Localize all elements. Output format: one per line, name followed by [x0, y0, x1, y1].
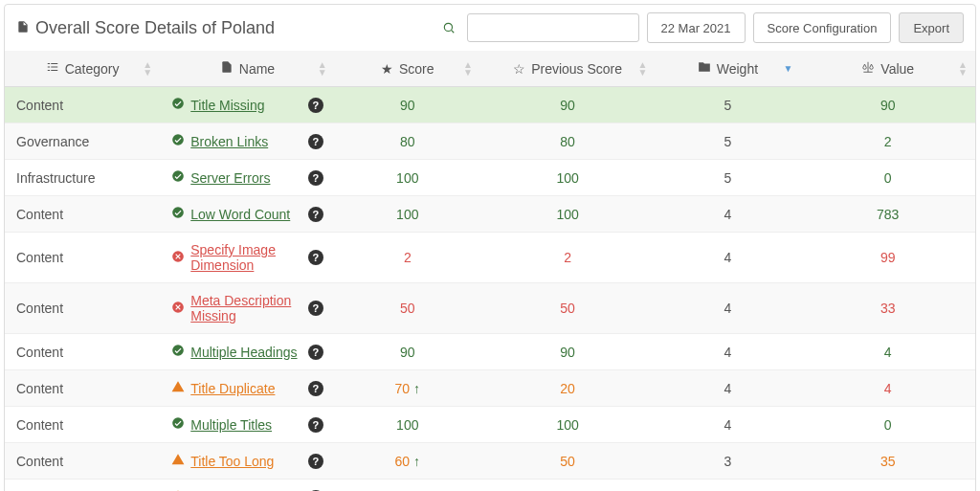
cell-value: 2 — [800, 123, 975, 160]
cell-score: 100 — [335, 160, 480, 196]
cell-value: 4 — [800, 370, 975, 407]
info-icon[interactable]: ? — [308, 250, 323, 265]
cell-value: 0 — [800, 160, 975, 196]
metric-link[interactable]: Broken Links — [190, 134, 268, 149]
info-icon[interactable]: ? — [308, 301, 323, 316]
table-row[interactable]: GovernanceBroken Links?808052 — [5, 123, 975, 160]
col-header-name[interactable]: Name ▲▼ — [160, 51, 335, 87]
svg-line-1 — [451, 31, 454, 33]
cell-score: 60↑ — [335, 443, 480, 480]
cell-value: 0 — [800, 407, 975, 443]
cell-weight: 4 — [655, 283, 800, 334]
status-icon — [171, 453, 185, 469]
col-header-value[interactable]: Value ▲▼ — [800, 51, 975, 87]
cell-score: 80 — [335, 123, 480, 160]
info-icon[interactable]: ? — [308, 417, 323, 433]
cell-value: 26 — [800, 480, 975, 492]
cell-previous: 50 — [480, 283, 656, 334]
svg-point-5 — [172, 207, 184, 218]
info-icon[interactable]: ? — [308, 170, 323, 186]
table-row[interactable]: ContentTitle Duplicate?70↑2044 — [5, 370, 975, 407]
trend-up-icon: ↑ — [413, 381, 420, 396]
search-icon[interactable] — [434, 13, 463, 42]
col-header-weight[interactable]: Weight ▼ — [655, 51, 800, 87]
status-icon — [171, 301, 185, 317]
metric-link[interactable]: Title Too Long — [190, 454, 274, 469]
list-icon — [46, 60, 59, 77]
metric-link[interactable]: Specify Image Dimension — [190, 242, 323, 273]
info-icon[interactable]: ? — [308, 134, 323, 149]
cell-value: 35 — [800, 443, 975, 480]
metric-link[interactable]: Meta Description Missing — [190, 293, 323, 324]
cell-weight: 3 — [655, 443, 800, 480]
table-row[interactable]: ContentMeta Description Missing?5050433 — [5, 283, 975, 334]
col-header-previous[interactable]: ☆Previous Score ▲▼ — [480, 51, 656, 87]
file-icon — [220, 60, 234, 77]
cell-name: Broken Links? — [160, 123, 335, 160]
info-icon[interactable]: ? — [308, 381, 323, 396]
cell-score: 2 — [335, 233, 480, 283]
cell-name: Title Missing? — [160, 87, 335, 123]
cell-name: Server Errors? — [160, 160, 335, 196]
table-row[interactable]: ContentMultiple Titles?10010040 — [5, 407, 975, 443]
info-icon[interactable]: ? — [308, 345, 323, 360]
table-row[interactable]: ContentTitle Missing?9090590 — [5, 87, 975, 123]
info-icon[interactable]: ? — [308, 207, 323, 222]
info-icon[interactable]: ? — [308, 98, 323, 113]
svg-point-8 — [172, 345, 184, 356]
metric-link[interactable]: Title Missing — [190, 98, 264, 113]
col-header-score[interactable]: ★Score ▲▼ — [335, 51, 480, 87]
sort-icon: ▲▼ — [463, 61, 473, 77]
col-header-category[interactable]: Category ▲▼ — [5, 51, 160, 87]
table-row[interactable]: ContentSpecify Image Dimension?22499 — [5, 233, 975, 283]
info-icon[interactable]: ? — [308, 454, 323, 469]
cell-score: 90 — [335, 87, 480, 123]
metric-link[interactable]: Title Duplicate — [190, 381, 275, 396]
document-icon — [16, 18, 30, 38]
table-header-row: Category ▲▼ Name ▲▼ ★Score ▲▼ ☆Previous … — [5, 51, 975, 87]
date-button[interactable]: 22 Mar 2021 — [647, 12, 746, 43]
metric-link[interactable]: Multiple Titles — [190, 417, 272, 433]
cell-name: Multiple Headings? — [160, 334, 335, 370]
sort-icon: ▲▼ — [958, 61, 968, 77]
cell-category: Content — [5, 334, 160, 370]
cell-score: 100 — [335, 196, 480, 233]
search-group — [434, 13, 639, 42]
metric-link[interactable]: Multiple Headings — [190, 345, 297, 360]
table-row[interactable]: ContentTitle Too Long?60↑50335 — [5, 443, 975, 480]
status-icon — [171, 380, 185, 396]
table-row[interactable]: ContentMultiple Headings?909044 — [5, 334, 975, 370]
search-input[interactable] — [467, 13, 639, 42]
cell-category: Governance — [5, 123, 160, 160]
cell-value: 33 — [800, 283, 975, 334]
cell-score: 50 — [335, 283, 480, 334]
cell-category: Content — [5, 87, 160, 123]
table-row[interactable]: InfrastructureServer Errors?10010050 — [5, 160, 975, 196]
table-row[interactable]: ContentTitle Too Short?6060326 — [5, 480, 975, 492]
sort-icon: ▲▼ — [143, 61, 152, 77]
status-icon — [171, 416, 185, 433]
scale-icon — [861, 60, 875, 77]
cell-previous: 100 — [480, 160, 656, 196]
metric-link[interactable]: Low Word Count — [190, 207, 290, 222]
score-table: Category ▲▼ Name ▲▼ ★Score ▲▼ ☆Previous … — [5, 51, 975, 491]
folder-icon — [698, 60, 711, 77]
cell-weight: 5 — [655, 123, 800, 160]
cell-previous: 90 — [480, 334, 656, 370]
cell-category: Infrastructure — [5, 160, 160, 196]
cell-value: 90 — [800, 87, 975, 123]
score-config-button[interactable]: Score Configuration — [753, 12, 892, 43]
cell-previous: 90 — [480, 87, 656, 123]
metric-link[interactable]: Server Errors — [190, 170, 270, 186]
cell-previous: 100 — [480, 407, 656, 443]
sort-icon: ▲▼ — [318, 61, 327, 77]
cell-category: Content — [5, 443, 160, 480]
svg-point-4 — [172, 170, 184, 182]
table-row[interactable]: ContentLow Word Count?1001004783 — [5, 196, 975, 233]
cell-name: Title Duplicate? — [160, 370, 335, 407]
export-button[interactable]: Export — [899, 12, 964, 43]
cell-category: Content — [5, 283, 160, 334]
cell-weight: 4 — [655, 233, 800, 283]
sort-icon: ▲▼ — [637, 61, 647, 77]
cell-value: 4 — [800, 334, 975, 370]
